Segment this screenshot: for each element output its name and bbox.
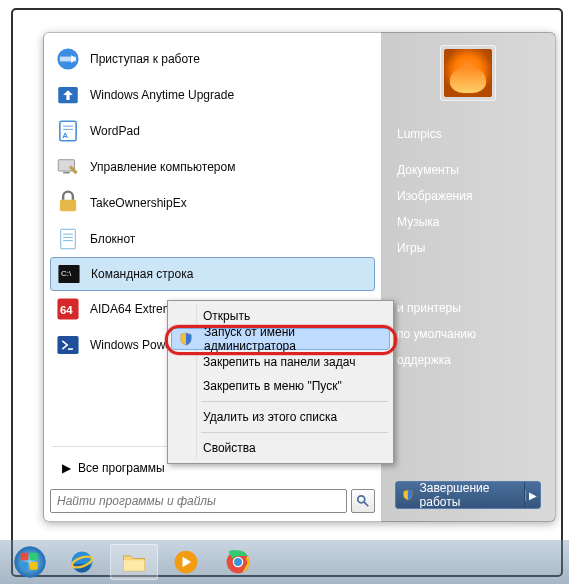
svg-text:C:\: C:\ [61,269,72,278]
program-label: WordPad [90,124,140,138]
svg-rect-9 [60,200,76,211]
notepad-icon [54,225,82,253]
user-name-link[interactable]: Lumpics [395,121,541,147]
music-link[interactable]: Музыка [395,209,541,235]
svg-text:A: A [62,131,68,140]
devices-printers-link[interactable]: и принтеры [395,295,541,321]
anytime-upgrade-icon [54,81,82,109]
svg-point-33 [234,558,242,566]
shutdown-label: Завершение работы [420,481,514,509]
right-link-partial[interactable] [395,283,541,295]
svg-line-21 [364,502,368,506]
svg-rect-23 [21,553,29,561]
user-avatar-frame[interactable] [440,45,496,101]
svg-rect-10 [61,229,76,249]
right-link-partial[interactable] [395,271,541,283]
games-link[interactable]: Игры [395,235,541,261]
ie-icon [68,548,96,576]
program-label: TakeOwnershipEx [90,196,187,210]
ctx-label: Свойства [203,441,256,455]
cmd-icon: C:\ [55,260,83,288]
svg-rect-29 [124,560,145,571]
program-computer-management[interactable]: Управление компьютером [50,149,375,185]
ctx-label: Закрепить в меню "Пуск" [203,379,342,393]
help-support-link[interactable]: оддержка [395,347,541,373]
search-button[interactable] [351,489,375,513]
program-anytime-upgrade[interactable]: Windows Anytime Upgrade [50,77,375,113]
default-programs-link[interactable]: по умолчанию [395,321,541,347]
taskbar-explorer[interactable] [110,544,158,580]
ctx-pin-startmenu[interactable]: Закрепить в меню "Пуск" [171,374,390,398]
context-menu-separator [201,432,388,433]
shutdown-menu-arrow[interactable]: ▶ [525,490,540,501]
program-label: Командная строка [91,267,193,281]
windows-start-icon [13,545,47,579]
svg-rect-8 [63,172,70,174]
ctx-pin-taskbar[interactable]: Закрепить на панели задач [171,350,390,374]
svg-rect-25 [21,562,29,570]
shield-icon [402,488,414,502]
taskbar [0,540,569,584]
program-label: Блокнот [90,232,135,246]
program-notepad[interactable]: Блокнот [50,221,375,257]
program-label: Управление компьютером [90,160,235,174]
all-programs-label: Все программы [78,461,165,475]
svg-rect-26 [30,562,38,570]
program-getting-started[interactable]: Приступая к работе [50,41,375,77]
start-menu-right: Lumpics Документы Изображения Музыка Игр… [381,33,555,521]
taskbar-ie[interactable] [58,544,106,580]
user-avatar-icon [444,49,492,97]
search-input[interactable] [57,494,340,508]
ctx-run-as-admin[interactable]: Запуск от имени администратора [171,328,390,350]
context-menu-separator [201,401,388,402]
ctx-label: Запуск от имени администратора [204,325,389,353]
program-label: Windows Anytime Upgrade [90,88,234,102]
computer-management-icon [54,153,82,181]
start-button[interactable] [6,544,54,580]
ctx-label: Открыть [203,309,250,323]
chevron-right-icon: ▶ [54,461,78,475]
program-wordpad[interactable]: A WordPad [50,113,375,149]
svg-rect-24 [30,553,38,561]
search-input-wrapper[interactable] [50,489,347,513]
powershell-icon [54,331,82,359]
aida64-icon: 64 [54,295,82,323]
ctx-properties[interactable]: Свойства [171,436,390,460]
program-cmd[interactable]: C:\ Командная строка [50,257,375,291]
wmp-icon [172,548,200,576]
shutdown-button[interactable]: Завершение работы ▶ [395,481,541,509]
getting-started-icon [54,45,82,73]
program-takeownership[interactable]: TakeOwnershipEx [50,185,375,221]
ctx-remove-from-list[interactable]: Удалить из этого списка [171,405,390,429]
magnifier-icon [356,494,370,508]
wordpad-icon: A [54,117,82,145]
svg-point-20 [358,496,365,503]
taskbar-chrome[interactable] [214,544,262,580]
svg-point-22 [15,547,46,578]
program-label: Приступая к работе [90,52,200,66]
ctx-label: Удалить из этого списка [203,410,337,424]
documents-link[interactable]: Документы [395,157,541,183]
taskbar-wmp[interactable] [162,544,210,580]
images-link[interactable]: Изображения [395,183,541,209]
chrome-icon [224,548,252,576]
ctx-label: Закрепить на панели задач [203,355,355,369]
folder-icon [120,548,148,576]
context-menu: Открыть Запуск от имени администратора З… [167,300,394,464]
svg-text:64: 64 [60,304,73,316]
takeownership-icon [54,189,82,217]
program-label: AIDA64 Extreme [90,302,179,316]
shield-icon [177,330,195,348]
